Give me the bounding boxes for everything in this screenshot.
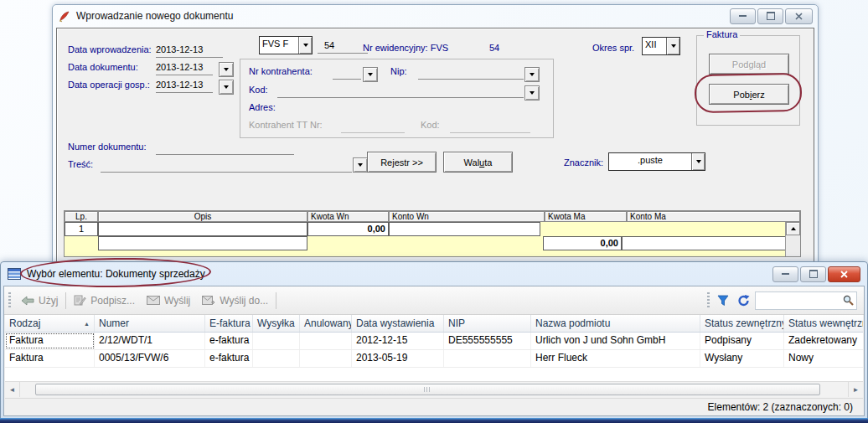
envelope-icon xyxy=(147,296,160,305)
table-row[interactable]: Faktura 2/12/WDT/1 e-faktura 2012-12-15 … xyxy=(5,333,863,350)
refresh-button[interactable] xyxy=(732,295,755,307)
grid-row-ma: 0,00 xyxy=(65,236,800,250)
chevron-down-icon xyxy=(696,160,701,163)
scroll-thumb[interactable] xyxy=(35,384,820,395)
nr-kontrahenta-field[interactable] xyxy=(333,66,361,80)
doc-type-dropdown-button[interactable] xyxy=(298,37,312,54)
cell-nazwa-podmiotu[interactable]: Herr Flueck xyxy=(531,350,700,367)
cell-status-wewnetrzny[interactable]: Zadekretowany xyxy=(784,333,863,349)
nip-dropdown-button[interactable] xyxy=(524,67,540,82)
cell-data-wystawienia[interactable]: 2013-05-19 xyxy=(352,350,444,367)
okres-spr-dropdown-button[interactable] xyxy=(666,38,679,54)
header-numer[interactable]: Numer xyxy=(95,315,205,332)
cell-kwota-wn[interactable]: 0,00 xyxy=(307,222,389,236)
table-row[interactable]: Faktura 0005/13/FVW/6 e-faktura 2013-05-… xyxy=(5,350,863,368)
tresc-field[interactable] xyxy=(101,159,352,173)
toolbar-grip[interactable] xyxy=(707,292,710,309)
scroll-up-button[interactable] xyxy=(786,222,800,235)
numer-dokumentu-field[interactable] xyxy=(156,142,294,155)
doc-number-field[interactable]: 54 xyxy=(318,39,368,54)
titlebar-document-selection[interactable]: Wybór elementu: Dokumenty sprzedaży xyxy=(1,262,867,286)
uzyj-button[interactable]: Użyj xyxy=(15,291,64,311)
cell-lp[interactable]: 1 xyxy=(65,222,98,236)
cell-konto-wn[interactable] xyxy=(389,222,540,236)
col-kwota-ma: Kwota Ma xyxy=(545,211,627,222)
tresc-dropdown-button[interactable] xyxy=(353,157,368,173)
label-data-operacji: Data operacji gosp.: xyxy=(68,80,150,90)
envelope-forward-icon xyxy=(202,296,215,305)
toolbar-grip[interactable] xyxy=(8,292,11,309)
header-status-zewnetrzny[interactable]: Status zewnętrzny xyxy=(700,315,784,332)
cell-rodzaj[interactable]: Faktura xyxy=(5,333,95,349)
wyslij-button[interactable]: Wyślij xyxy=(141,291,196,311)
header-status-wewnetrzny[interactable]: Status wewnętrzny xyxy=(784,315,863,332)
okres-spr-combobox[interactable]: XII xyxy=(642,37,680,55)
close-button[interactable] xyxy=(828,266,860,282)
filter-button[interactable] xyxy=(714,295,732,307)
podpisz-button[interactable]: Podpisz... xyxy=(68,291,141,311)
cell-rodzaj[interactable]: Faktura xyxy=(5,350,95,367)
scroll-left-button[interactable]: ◄ xyxy=(5,382,20,397)
header-data-wystawienia[interactable]: Data wystawienia xyxy=(352,315,444,332)
grid-vscrollbar[interactable] xyxy=(785,222,800,256)
cell-kwota-ma[interactable]: 0,00 xyxy=(543,236,622,250)
rejestr-button[interactable]: Rejestr >> xyxy=(367,152,437,173)
header-nip[interactable]: NIP xyxy=(444,315,531,332)
cell-status-zewnetrzny[interactable]: Podpisany xyxy=(700,333,784,349)
cell-opis-wn[interactable] xyxy=(98,222,307,236)
cell-nip[interactable]: DE555555555 xyxy=(444,333,531,349)
nr-kontrahenta-dropdown-button[interactable] xyxy=(363,67,378,82)
pobierz-button[interactable]: Pobierz xyxy=(709,84,789,105)
waluta-button[interactable]: Waluta xyxy=(443,152,513,173)
header-nazwa-podmiotu[interactable]: Nazwa podmiotu xyxy=(531,315,700,332)
selection-client-area: Użyj Podpisz... Wyślij Wyślij do... xyxy=(3,286,865,416)
data-dokumentu-dropdown-button[interactable] xyxy=(219,62,234,77)
cell-status-zewnetrzny[interactable]: Wysłany xyxy=(700,350,784,367)
header-wysylka[interactable]: Wysyłka xyxy=(253,315,300,332)
podglad-button[interactable]: Podgląd xyxy=(709,54,789,75)
cell-konto-ma[interactable] xyxy=(622,236,786,250)
label-adres: Adres: xyxy=(249,102,276,112)
cell-numer[interactable]: 2/12/WDT/1 xyxy=(95,333,205,349)
cell-nazwa-podmiotu[interactable]: Urlich von J und Sohn GmbH xyxy=(531,333,700,349)
scroll-track[interactable] xyxy=(20,382,848,397)
kontrahent-tt-field[interactable] xyxy=(341,120,405,133)
nip-field[interactable] xyxy=(418,66,524,80)
cell-opis-ma[interactable] xyxy=(98,236,307,250)
value-nr-ewidencyjny: 54 xyxy=(489,43,499,53)
doc-type-combobox[interactable]: FVS F xyxy=(259,36,313,54)
cell-nip[interactable] xyxy=(444,350,531,367)
cell-wysylka[interactable] xyxy=(253,333,300,349)
field-data-operacji[interactable]: 2013-12-13 xyxy=(156,68,213,93)
horizontal-scrollbar[interactable]: ◄ ► xyxy=(5,381,863,397)
kod-field[interactable] xyxy=(277,85,524,98)
kod-dropdown-button[interactable] xyxy=(524,85,540,101)
minimize-button[interactable] xyxy=(730,8,756,24)
cell-e-faktura[interactable]: e-faktura xyxy=(205,350,253,367)
znacznik-dropdown-button[interactable] xyxy=(691,153,705,170)
data-operacji-dropdown-button[interactable] xyxy=(219,80,234,95)
arrow-left-icon xyxy=(21,296,34,306)
chevron-down-icon xyxy=(671,44,676,48)
cell-data-wystawienia[interactable]: 2012-12-15 xyxy=(352,333,444,349)
header-anulowany[interactable]: Anulowany xyxy=(300,315,352,332)
header-rodzaj[interactable]: Rodzaj▲ xyxy=(5,315,95,332)
search-input[interactable] xyxy=(756,295,843,307)
header-e-faktura[interactable]: E-faktura xyxy=(205,315,253,332)
wyslij-do-button[interactable]: Wyślij do... xyxy=(196,291,274,311)
scroll-right-button[interactable]: ► xyxy=(848,382,863,397)
znacznik-combobox[interactable]: .puste xyxy=(608,152,705,171)
close-button[interactable] xyxy=(785,8,813,24)
titlebar-new-document[interactable]: Wprowadzanie nowego dokumentu xyxy=(53,5,818,27)
kod2-field[interactable] xyxy=(450,120,530,133)
cell-anulowany[interactable] xyxy=(300,333,352,349)
cell-wysylka[interactable] xyxy=(253,350,300,367)
maximize-button[interactable] xyxy=(757,8,783,24)
cell-numer[interactable]: 0005/13/FVW/6 xyxy=(95,350,205,367)
search-button[interactable] xyxy=(843,295,856,306)
cell-anulowany[interactable] xyxy=(300,350,352,367)
cell-status-wewnetrzny[interactable]: Nowy xyxy=(784,350,863,367)
cell-e-faktura[interactable]: e-faktura xyxy=(205,333,253,349)
minimize-button[interactable] xyxy=(772,266,798,282)
maximize-button[interactable] xyxy=(800,266,826,282)
